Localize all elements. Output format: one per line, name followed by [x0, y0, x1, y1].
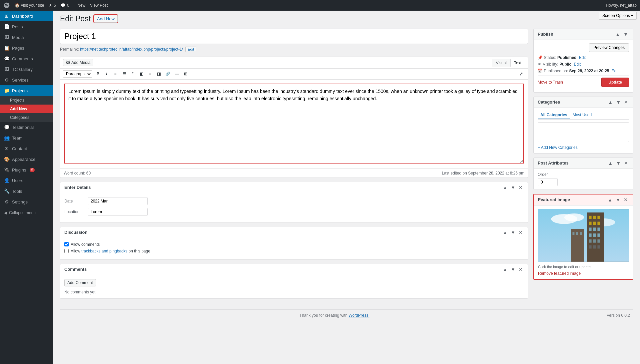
unordered-list-button[interactable]: ≡	[111, 70, 119, 78]
featured-image-panel: Featured image ▲ ▼ ✕	[533, 194, 633, 280]
metabox-down-button[interactable]: ▼	[510, 185, 516, 190]
gallery-icon: 🖼	[4, 67, 9, 72]
sidebar-item-tools[interactable]: 🔧 Tools	[0, 186, 53, 196]
sidebar-item-appearance[interactable]: 🎨 Appearance	[0, 154, 53, 165]
sidebar-item-projects[interactable]: 📁 Projects	[0, 85, 53, 96]
trackbacks-link[interactable]: trackbacks and pingbacks	[81, 249, 127, 253]
date-input[interactable]	[88, 197, 148, 205]
sidebar-item-settings[interactable]: ⚙ Settings	[0, 196, 53, 207]
location-input[interactable]	[88, 208, 148, 216]
preview-changes-button[interactable]: Preview Changes	[589, 43, 629, 52]
discussion-collapse-button[interactable]: ▲	[502, 230, 508, 235]
table-button[interactable]: ⊞	[182, 70, 190, 78]
more-button[interactable]: —	[173, 70, 181, 78]
sidebar-item-dashboard[interactable]: ⊞ Dashboard	[0, 11, 53, 21]
comments-count[interactable]: ★ ★ 5	[49, 3, 56, 8]
discussion-header[interactable]: Discussion ▲ ▼ ✕	[60, 227, 528, 238]
featured-up-button[interactable]: ▲	[607, 197, 613, 202]
bold-button[interactable]: B	[94, 70, 102, 78]
blockquote-button[interactable]: "	[129, 70, 137, 78]
status-edit-link[interactable]: Edit	[579, 55, 586, 60]
featured-image[interactable]	[538, 209, 629, 262]
featured-image-header: Featured image ▲ ▼ ✕	[534, 194, 633, 205]
editor-content-area: Lorem Ipsum is simply dummy text of the …	[60, 80, 528, 169]
align-center-button[interactable]: ≡	[146, 70, 154, 78]
sidebar-item-plugins[interactable]: 🔌 Plugins 5	[0, 165, 53, 175]
most-used-tab[interactable]: Most Used	[570, 111, 594, 119]
categories-close-button[interactable]: ✕	[623, 100, 629, 105]
align-right-button[interactable]: ◨	[155, 70, 163, 78]
attributes-close-button[interactable]: ✕	[623, 161, 629, 166]
svg-rect-12	[597, 221, 600, 225]
move-to-trash-link[interactable]: Move to Trash	[538, 80, 563, 85]
visual-tab[interactable]: Visual	[492, 59, 510, 67]
permalink-link[interactable]: https://net.techprotec.in/aftab/index.ph…	[80, 47, 184, 52]
sidebar-sub-add-new[interactable]: Add New	[0, 105, 53, 113]
all-categories-tab[interactable]: All Categories	[538, 111, 570, 119]
link-button[interactable]: 🔗	[163, 70, 172, 78]
add-new-link[interactable]: + New	[74, 3, 85, 8]
paragraph-select[interactable]: Paragraph Heading 1 Heading 2 Heading 3	[63, 70, 92, 78]
attributes-up-button[interactable]: ▲	[607, 161, 614, 166]
align-left-button[interactable]: ◧	[137, 70, 145, 78]
allow-trackbacks-checkbox[interactable]	[64, 249, 69, 253]
sidebar-item-team[interactable]: 👥 Team	[0, 133, 53, 143]
published-edit-link[interactable]: Edit	[612, 69, 619, 73]
comments-collapse-button[interactable]: ▲	[502, 267, 508, 272]
screen-options-button[interactable]: Screen Options ▾	[599, 12, 637, 20]
wp-logo[interactable]: W	[3, 2, 10, 9]
sidebar-sub-projects[interactable]: Projects	[0, 96, 53, 105]
add-media-button[interactable]: 🖼 Add Media	[63, 59, 93, 66]
categories-down-button[interactable]: ▼	[615, 100, 622, 105]
post-attributes-panel: Post Attributes ▲ ▼ ✕ Order	[533, 158, 633, 190]
publish-up-button[interactable]: ▲	[614, 32, 621, 37]
comments-header[interactable]: Comments ▲ ▼ ✕	[60, 264, 528, 275]
publish-down-button[interactable]: ▼	[622, 32, 629, 37]
sidebar-item-tc-gallery[interactable]: 🖼 TC Gallery	[0, 64, 53, 75]
discussion-down-button[interactable]: ▼	[510, 230, 516, 235]
discussion-close-button[interactable]: ✕	[518, 230, 524, 235]
post-title-input[interactable]	[60, 29, 528, 44]
remove-featured-image-link[interactable]: Remove featured image	[538, 271, 581, 276]
comments-close-button[interactable]: ✕	[518, 267, 524, 272]
allow-comments-checkbox[interactable]	[64, 242, 69, 246]
metabox-collapse-button[interactable]: ▲	[502, 185, 508, 190]
featured-close-button[interactable]: ✕	[623, 197, 629, 202]
categories-up-button[interactable]: ▲	[607, 100, 614, 105]
view-post-link[interactable]: View Post	[90, 3, 108, 8]
edit-slug-button[interactable]: Edit	[185, 47, 196, 52]
expand-button[interactable]: ⤢	[517, 70, 525, 78]
visibility-edit-link[interactable]: Edit	[574, 62, 581, 67]
featured-image-caption: Click the image to edit or update	[538, 265, 629, 269]
site-name[interactable]: 🏠 visit your site	[15, 3, 44, 8]
attributes-down-button[interactable]: ▼	[615, 161, 622, 166]
sidebar-sub-categories[interactable]: Categories	[0, 113, 53, 122]
add-comment-button[interactable]: Add Comment	[64, 279, 96, 286]
discussion-body: Allow comments Allow trackbacks and ping…	[60, 238, 528, 259]
text-tab[interactable]: Text	[510, 59, 525, 67]
enter-details-header[interactable]: Enter Details ▲ ▼ ✕	[60, 182, 528, 193]
sidebar-item-services[interactable]: ⚙ Services	[0, 75, 53, 85]
italic-button[interactable]: I	[103, 70, 111, 78]
collapse-menu-button[interactable]: ◀ Collapse menu	[0, 207, 53, 218]
ordered-list-button[interactable]: ☰	[120, 70, 128, 78]
featured-down-button[interactable]: ▼	[615, 197, 621, 202]
svg-rect-9	[597, 216, 600, 219]
add-new-category-link[interactable]: + Add New Categories	[538, 145, 578, 150]
sidebar-item-media[interactable]: 🖼 Media	[0, 32, 53, 43]
sidebar-item-posts[interactable]: 📄 Posts	[0, 21, 53, 32]
editor-textarea[interactable]: Lorem Ipsum is simply dummy text of the …	[64, 84, 524, 164]
sidebar-item-users[interactable]: 👤 Users	[0, 175, 53, 186]
sidebar-item-contact[interactable]: ✉ Contact	[0, 143, 53, 154]
update-button[interactable]: Update	[601, 78, 629, 87]
svg-point-4	[564, 213, 584, 221]
metabox-close-button[interactable]: ✕	[518, 185, 524, 190]
order-input[interactable]	[538, 178, 558, 186]
sidebar-item-pages[interactable]: 📋 Pages	[0, 43, 53, 53]
comments-link[interactable]: 💬 0	[61, 3, 69, 8]
wordpress-link[interactable]: WordPress	[349, 313, 369, 318]
sidebar-item-comments[interactable]: 💬 Comments	[0, 53, 53, 64]
add-new-button[interactable]: Add New	[94, 15, 118, 23]
comments-down-button[interactable]: ▼	[510, 267, 516, 272]
sidebar-item-testimonial[interactable]: 💬 Testimonial	[0, 122, 53, 133]
